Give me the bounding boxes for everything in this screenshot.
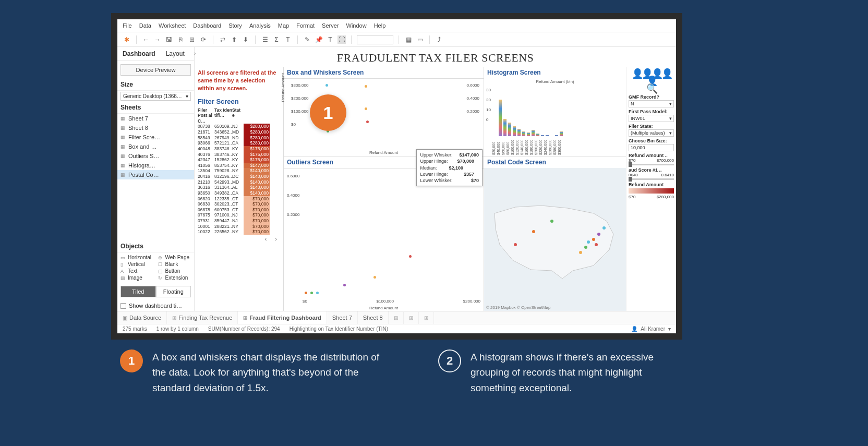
sheets-label: Sheets [117,102,194,114]
obj-extension[interactable]: ↻Extension [158,275,191,281]
new-sheet-button[interactable]: ⊞ [389,312,404,324]
obj-button[interactable]: ▢Button [158,268,191,274]
box-whisker-chart[interactable]: Refund Amount $300,000 $200,000 $100,000… [284,78,484,156]
postal-title: Postal Code Screen [484,156,626,168]
image-icon: ▨ [120,275,126,281]
menu-story[interactable]: Story [228,22,242,29]
new-dashboard-button[interactable]: ⊞ [404,312,419,324]
obj-webpage[interactable]: ⊕Web Page [158,255,191,260]
data-source-tab[interactable]: ▣Data Source [117,311,167,324]
menu-help[interactable]: Help [374,22,386,29]
sheet-tab-active[interactable]: ⊞Fraud Filtering Dashboard [238,311,327,324]
share-icon[interactable]: ⤴ [435,35,443,44]
back-icon[interactable]: ← [142,35,150,44]
tiled-button[interactable]: Tiled [120,286,156,297]
sheet-item[interactable]: ▦Sheet 7 [117,114,194,123]
tab-layout[interactable]: Layout [161,47,190,61]
obj-vertical[interactable]: ▯Vertical [120,261,154,267]
status-rowcol: 1 row by 1 column [156,326,199,332]
menu-window[interactable]: Window [346,22,367,29]
floating-button[interactable]: Floating [156,286,191,297]
postal-map[interactable]: © 2019 Mapbox © OpenStreetMap [484,168,626,311]
model-dropdown[interactable]: INW01▾ [629,115,674,122]
tableau-logo-icon[interactable]: ✱ [123,35,131,44]
new-data-icon[interactable]: ⎘ [176,35,185,44]
device-preview-button[interactable]: Device Preview [120,64,191,76]
ext-icon: ↻ [158,275,163,281]
annotation-1-text: A box and whiskers chart displays the di… [152,349,391,395]
obj-blank[interactable]: ☐Blank [158,261,191,267]
new-story-button[interactable]: ⊞ [419,312,434,324]
menu-dashboard[interactable]: Dashboard [193,22,221,29]
group-icon[interactable]: ☰ [261,35,269,44]
sheet-tab[interactable]: Sheet 8 [358,311,389,324]
presentation-icon[interactable]: ▭ [416,35,424,44]
user-icon: 👤 [631,326,637,332]
obj-text[interactable]: AText [120,268,154,274]
show-me-icon[interactable]: ▦ [404,35,413,44]
highlight-icon[interactable]: ✎ [303,35,311,44]
filter-table[interactable]: Filer Post al C… Tax Iden tifi… Stat e 0… [198,107,280,243]
status-user[interactable]: 👤Ali Kramer▾ [631,326,671,332]
menu-data[interactable]: Data [139,22,151,29]
plus-icon: ⊞ [409,315,413,321]
checkbox-icon[interactable] [120,303,126,309]
sheet-item[interactable]: ▦Box and … [117,142,194,151]
histogram-chart[interactable]: Refund Amount (bin) 30 20 10 0 $20,000$4… [484,78,626,156]
scroll-left-icon: ‹ [265,236,267,243]
app-inner: File Data Worksheet Dashboard Story Anal… [117,19,676,333]
box-tooltip: Upper Whisker: $147,000 Upper Hinge: $70… [416,149,483,186]
filters-pane: 👤👤👤👤👤🔍 GMF Record? N▾ First Pass Model: … [626,67,676,311]
menu-analysis[interactable]: Analysis [249,22,271,29]
sheet-item[interactable]: ▦Filter Scre… [117,132,194,142]
state-dropdown[interactable]: (Multiple values)▾ [629,129,674,137]
label-icon[interactable]: T [284,35,292,44]
sort-desc-icon[interactable]: ⬇ [242,35,250,44]
save-icon[interactable]: 🖫 [165,35,173,44]
sheet-item[interactable]: ▦Sheet 8 [117,123,194,132]
show-title-label: Show dashboard ti… [129,303,182,309]
size-dropdown[interactable]: Generic Desktop (1366…▾ [120,92,191,101]
sheet-tab[interactable]: ⊞Finding Tax Revenue [167,311,238,324]
fit-icon[interactable]: ⛶ [337,35,346,44]
menu-map[interactable]: Map [278,22,289,29]
refund-slider[interactable] [629,164,674,165]
new-sheet-icon[interactable]: ⊞ [188,35,196,44]
refresh-icon[interactable]: ⟳ [199,35,208,44]
swap-icon[interactable]: ⇄ [219,35,227,44]
toolbar: ✱ ← → 🖫 ⎘ ⊞ ⟳ ⇄ ⬆ ⬇ ☰ Σ T ✎ 📌 T ⛶ ▦ ▭ ⤴ [117,32,676,47]
dashboard-canvas: FRAUDULENT TAX FILER SCREENS All screens… [195,47,676,311]
obj-image[interactable]: ▨Image [120,275,154,281]
show-title-checkbox-row[interactable]: Show dashboard ti… [117,300,194,311]
annotation-1: 1 A box and whiskers chart displays the … [120,349,391,395]
menu-file[interactable]: File [123,22,132,29]
svg-point-9 [595,243,598,246]
sheet-item[interactable]: ▦Postal Co… [117,170,194,179]
table-scroll[interactable]: ‹› [198,235,280,243]
gmf-dropdown[interactable]: N▾ [629,100,674,107]
color-legend [629,188,674,194]
menu-format[interactable]: Format [296,22,315,29]
menu-worksheet[interactable]: Worksheet [159,22,186,29]
sheet-tab[interactable]: Sheet 7 [327,311,358,324]
bin-input[interactable]: 10,000 [629,144,674,151]
menu-server[interactable]: Server [322,22,339,29]
score-slider[interactable] [629,178,674,180]
left-tabs: Dashboard Layout › [117,47,194,61]
sheet-item[interactable]: ▦Outliers S… [117,151,194,161]
score-label: aud Score #1 .. [629,167,674,173]
tab-dashboard[interactable]: Dashboard [117,47,161,61]
y-axis-label: Refund Amount [281,73,285,102]
obj-horizontal[interactable]: ▭Horizontal [120,255,154,260]
svg-point-1 [592,238,595,241]
forward-icon[interactable]: → [153,35,162,44]
totals-icon[interactable]: Σ [272,35,281,44]
svg-point-2 [584,246,587,249]
text-icon[interactable]: T [326,35,334,44]
sort-asc-icon[interactable]: ⬆ [230,35,238,44]
sheet-item[interactable]: ▦Histogra… [117,161,194,170]
pin-icon[interactable]: 📌 [315,35,323,44]
outliers-chart[interactable]: 0.6000 0.4000 0.2000 [284,168,484,311]
search-input[interactable] [357,35,393,44]
histogram-title: Histogram Screen [484,67,626,78]
